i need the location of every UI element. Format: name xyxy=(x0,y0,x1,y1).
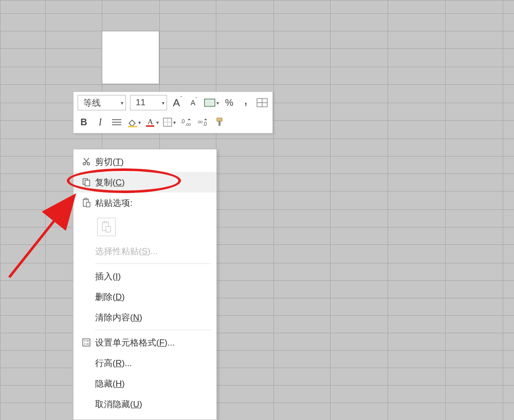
menu-item-label: 删除(D) xyxy=(95,291,211,303)
paste-option-default[interactable] xyxy=(97,218,116,236)
paste-icon xyxy=(78,198,95,208)
font-name-value: 等线 xyxy=(83,97,101,109)
format-painter-button[interactable] xyxy=(213,115,225,129)
menu-item-insert[interactable]: 插入(I) xyxy=(74,266,216,287)
menu-item-format-cells[interactable]: 设置单元格格式(F)... xyxy=(74,332,216,353)
svg-rect-8 xyxy=(128,126,137,127)
decrease-font-button[interactable]: Aˇ xyxy=(188,96,200,110)
menu-separator xyxy=(95,330,211,330)
svg-rect-10 xyxy=(146,125,154,127)
menu-item-label: 剪切(T) xyxy=(95,156,211,168)
svg-text:A: A xyxy=(148,118,153,126)
selected-cell[interactable] xyxy=(102,31,159,84)
menu-item-unhide[interactable]: 取消隐藏(U) xyxy=(74,394,216,414)
menu-item-hide[interactable]: 隐藏(H) xyxy=(74,373,216,394)
paste-options-row xyxy=(74,213,216,241)
svg-rect-19 xyxy=(218,121,221,126)
number-format-button[interactable] xyxy=(204,96,219,110)
increase-decimal-button[interactable]: .0.00 xyxy=(180,115,192,129)
font-size-combo[interactable]: 11 ▾ xyxy=(130,95,167,110)
borders-button[interactable] xyxy=(163,115,176,129)
svg-text:.00: .00 xyxy=(185,122,191,126)
align-button[interactable] xyxy=(111,115,123,129)
italic-button[interactable]: I xyxy=(94,115,106,129)
menu-item-delete[interactable]: 删除(D) xyxy=(74,287,216,307)
menu-item-clear-contents[interactable]: 清除内容(N) xyxy=(74,307,216,328)
bold-button[interactable]: B xyxy=(78,115,90,129)
comma-style-button[interactable]: , xyxy=(240,92,252,107)
menu-item-copy[interactable]: 复制(C) xyxy=(74,172,216,193)
chevron-down-icon: ▾ xyxy=(121,100,123,106)
svg-point-20 xyxy=(83,163,86,165)
menu-item-label: 选择性粘贴(S)... xyxy=(95,245,211,257)
svg-rect-18 xyxy=(217,118,222,121)
svg-text:.0: .0 xyxy=(203,121,207,126)
merge-cells-button[interactable] xyxy=(256,96,268,110)
svg-point-31 xyxy=(84,340,85,341)
decrease-decimal-button[interactable]: .00.0 xyxy=(196,115,209,129)
menu-item-label: 设置单元格格式(F)... xyxy=(95,337,211,349)
context-menu: 剪切(T) 复制(C) 粘贴选项: 选择性粘贴(S)... 插入(I) 删除(D… xyxy=(73,149,217,420)
fill-color-button[interactable] xyxy=(127,115,141,129)
svg-rect-1 xyxy=(206,100,214,105)
svg-point-21 xyxy=(87,163,90,165)
menu-item-label: 清除内容(N) xyxy=(95,312,211,323)
svg-rect-25 xyxy=(85,198,87,200)
svg-rect-28 xyxy=(104,221,107,223)
menu-item-paste-special: 选择性粘贴(S)... xyxy=(74,241,216,261)
menu-item-label: 粘贴选项: xyxy=(95,197,211,209)
menu-item-row-height[interactable]: 行高(R)... xyxy=(74,353,216,373)
mini-toolbar: 等线 ▾ 11 ▾ Aˆ Aˇ % , B I A xyxy=(73,91,273,133)
chevron-down-icon: ▾ xyxy=(162,100,164,106)
menu-item-cut[interactable]: 剪切(T) xyxy=(74,151,216,172)
svg-rect-29 xyxy=(106,226,111,232)
menu-item-label: 复制(C) xyxy=(95,177,211,188)
font-color-button[interactable]: A xyxy=(145,115,159,129)
font-size-value: 11 xyxy=(136,98,145,108)
scissors-icon xyxy=(78,157,95,166)
menu-item-label: 行高(R)... xyxy=(95,357,211,369)
menu-separator xyxy=(95,263,211,264)
menu-item-label: 插入(I) xyxy=(95,271,211,282)
svg-rect-23 xyxy=(85,180,90,186)
svg-text:.0: .0 xyxy=(180,119,185,124)
svg-rect-26 xyxy=(86,202,90,207)
svg-text:.00: .00 xyxy=(197,120,203,124)
increase-font-button[interactable]: Aˆ xyxy=(171,96,183,110)
svg-point-32 xyxy=(84,343,85,345)
menu-item-label: 取消隐藏(U) xyxy=(95,398,211,410)
font-name-combo[interactable]: 等线 ▾ xyxy=(78,95,126,110)
svg-rect-30 xyxy=(83,339,90,346)
percent-style-button[interactable]: % xyxy=(223,96,235,110)
menu-item-paste-options: 粘贴选项: xyxy=(74,193,216,213)
format-cells-icon xyxy=(78,338,95,347)
copy-icon xyxy=(78,178,95,187)
menu-item-label: 隐藏(H) xyxy=(95,378,211,390)
